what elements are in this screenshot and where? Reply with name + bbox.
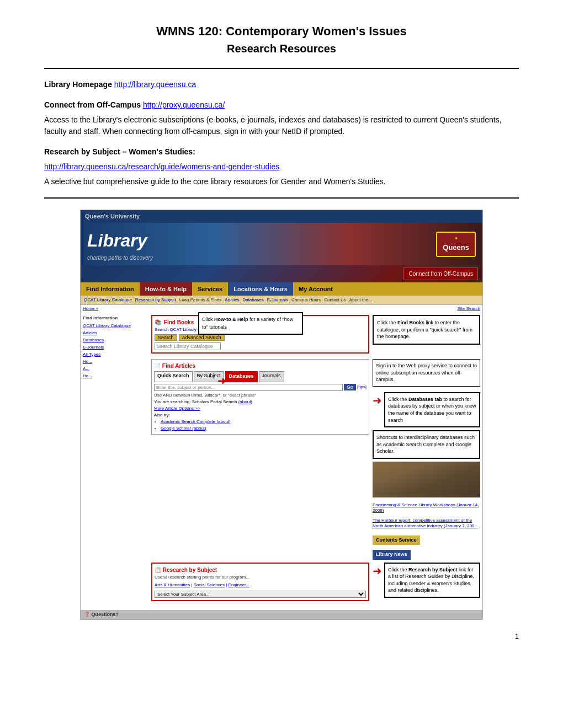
subnav-research[interactable]: Research by Subject <box>135 297 176 303</box>
article-tabs: Quick Search By Subject Databases Journa… <box>154 371 367 382</box>
rs-desc: Useful research starting points for our … <box>155 574 366 581</box>
library-homepage-label: Library Homepage <box>44 80 112 89</box>
library-homepage-link[interactable]: http://library.queensu.ca <box>114 80 196 89</box>
subnav-articles[interactable]: Articles <box>225 297 239 303</box>
rs-icon: 📋 <box>155 567 161 573</box>
article-go-button[interactable]: Go <box>344 384 356 390</box>
research-subject-link[interactable]: http://library.queensu.ca/research/guide… <box>44 162 279 171</box>
page-title-block: WMNS 120: Contemporary Women's Issues Re… <box>44 22 519 57</box>
subnav-loan[interactable]: Loan Periods & Fines <box>179 297 222 303</box>
news-link-1[interactable]: Engineering & Science Library Workshops … <box>373 502 479 513</box>
rs-arts-link[interactable]: Arts & Humanities <box>155 582 190 587</box>
library-homepage-section: Library Homepage http://library.queensu.… <box>44 79 519 90</box>
offcampus-bold: off-campus <box>376 370 462 383</box>
top-divider <box>44 68 519 69</box>
findbooks-callout-text: Click the Find Books link to enter the c… <box>377 319 476 340</box>
queens-label: Queens <box>443 242 469 253</box>
library-image <box>373 462 480 497</box>
howto-bold: How-to & Help <box>214 317 248 322</box>
more-options-link[interactable]: More Article Options >> <box>154 405 367 412</box>
contents-service-btn[interactable]: Contents Service <box>373 533 480 545</box>
left-all-types[interactable]: All Types <box>83 351 149 358</box>
about-search-link[interactable]: (about) <box>238 399 252 404</box>
search-button[interactable]: Search <box>155 334 177 341</box>
rs-title: 📋 Research by Subject <box>155 566 366 574</box>
main-title-line1: WMNS 120: Contemporary Women's Issues <box>44 22 519 40</box>
tab-quick-search[interactable]: Quick Search <box>154 371 193 382</box>
findbooks-callout-box: Click the Find Books link to enter the c… <box>373 315 480 345</box>
charting-text: charting paths to discovery <box>87 254 153 262</box>
library-news-btn[interactable]: Library News <box>373 548 480 560</box>
search-hint: Use AND between terms, wildcar*, or "exa… <box>154 392 367 399</box>
lib-navbar: Find Information How-to & Help Services … <box>81 282 482 296</box>
red-arrow-rs: ➜ <box>373 563 382 579</box>
offcampus-label: Connect from Off-Campus <box>44 100 141 109</box>
find-articles-box: 📄 Find Articles Quick Search By Subject … <box>151 359 369 435</box>
nav-myaccount[interactable]: My Account <box>293 282 338 296</box>
offcampus-section: Connect from Off-Campus http://proxy.que… <box>44 99 519 137</box>
research-subject-label: Research by Subject – Women's Studies: <box>44 146 519 158</box>
library-screenshot: Queen's University Library charting path… <box>80 210 483 620</box>
subnav-about[interactable]: About the... <box>349 297 372 303</box>
main-title-line2: Research Resources <box>44 40 519 57</box>
academic-search-link[interactable]: Academic Search Complete (about) <box>161 419 367 425</box>
subnav-ejournals[interactable]: E-Journals <box>267 297 288 303</box>
connect-offcampus-btn[interactable]: Connect from Off-Campus <box>403 267 478 280</box>
left-howto-ho[interactable]: Ho... <box>83 358 149 365</box>
advanced-search-button[interactable]: Advanced Search <box>179 334 225 341</box>
nav-howto[interactable]: How-to & Help <box>140 282 192 296</box>
howto-callout: Click How-to & Help for a variety of "ho… <box>198 312 303 335</box>
searching-label: You are searching: Scholars Portal Searc… <box>154 399 367 405</box>
shortcuts-callout-box: Shortcuts to interdisciplinary databases… <box>373 430 480 459</box>
news-link-2[interactable]: The Harbour report: competitive assessme… <box>373 518 478 528</box>
proxy-callout: Sign in to the Web proxy service to conn… <box>373 359 480 387</box>
subject-area-select[interactable]: Select Your Subject Area... <box>155 591 366 598</box>
red-arrow-db: ➜ <box>217 374 226 389</box>
lib-logo: Library charting paths to discovery <box>87 227 153 262</box>
screenshot-content: Queen's University Library charting path… <box>80 210 483 620</box>
databases-bold: Databases tab <box>408 397 442 402</box>
rs-engineer-link[interactable]: Engineer... <box>229 582 249 587</box>
left-howto-ho2[interactable]: Ho... <box>83 373 149 379</box>
left-ejournals[interactable]: E-Journals <box>83 344 149 351</box>
university-label: Queen's University <box>81 210 482 223</box>
subnav-contact[interactable]: Contact Us <box>324 297 346 303</box>
nav-find-info[interactable]: Find Information <box>81 282 140 296</box>
red-arrow-right: ➜ <box>373 392 382 409</box>
left-howto-a[interactable]: A... <box>83 366 149 372</box>
databases-callout-box: Click the Databases tab to search for da… <box>384 392 480 427</box>
also-try: Also try: Academic Search Complete (abou… <box>154 412 367 432</box>
news-item-1: Engineering & Science Library Workshops … <box>373 502 480 514</box>
middle-divider <box>44 197 519 199</box>
proxy-bold: Web proxy service <box>406 363 447 368</box>
left-articles[interactable]: Articles <box>83 330 149 336</box>
left-databases[interactable]: Databases <box>83 337 149 344</box>
find-articles-title: 📄 Find Articles <box>154 362 367 370</box>
nav-locations[interactable]: Locations & Hours <box>228 282 293 296</box>
subnav-databases-link[interactable]: Databases <box>242 297 263 303</box>
questions-bar: ❓ Questions? <box>81 610 482 620</box>
findbooks-bold: Find Books <box>397 320 424 325</box>
article-search-input[interactable] <box>154 384 343 391</box>
find-info-sub-title: Find Information <box>83 315 149 322</box>
left-column: Find Information QCAT Library Catalogue … <box>83 315 149 607</box>
research-subject-callout-box: Click the Research by Subject link for a… <box>384 563 480 598</box>
subnav-campus[interactable]: Campus Hours <box>291 297 321 303</box>
tab-databases[interactable]: Databases <box>225 371 258 382</box>
lib-header: Queen's University Library charting path… <box>81 210 482 282</box>
home-link[interactable]: Home » <box>83 306 98 312</box>
google-scholar-link[interactable]: Google Scholar (about) <box>161 425 367 432</box>
tab-journals[interactable]: Journals <box>259 371 284 382</box>
offcampus-link[interactable]: http://proxy.queensu.ca/ <box>143 100 225 109</box>
article-search-row: Go [tips] <box>154 384 367 391</box>
rs-links: Arts & Humanities | Social Sciences | En… <box>155 582 366 588</box>
lib-banner: Library charting paths to discovery ✦ Qu… <box>81 223 482 265</box>
catalogue-search-input[interactable] <box>155 342 221 350</box>
nav-services[interactable]: Services <box>192 282 228 296</box>
research-by-subject-box: 📋 Research by Subject Useful research st… <box>151 563 369 601</box>
tips-link[interactable]: [tips] <box>357 384 367 390</box>
rs-social-link[interactable]: Social Sciences <box>194 582 225 587</box>
site-search-link[interactable]: Site Search <box>458 306 480 312</box>
left-qcat[interactable]: QCAT Library Catalogue <box>83 323 149 329</box>
subnav-qcat[interactable]: QCAT Library Catalogue <box>84 297 132 303</box>
